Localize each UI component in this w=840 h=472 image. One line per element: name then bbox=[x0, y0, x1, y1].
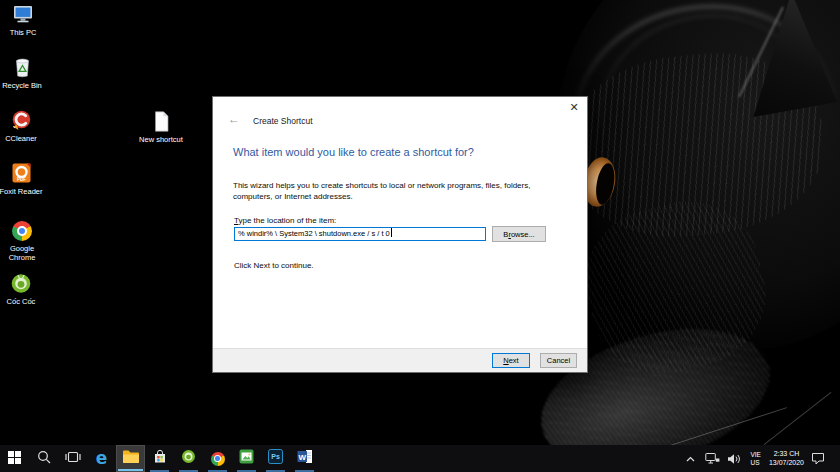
chrome-icon bbox=[211, 452, 225, 466]
word-icon: W bbox=[297, 449, 313, 468]
desktop-icon-foxit-reader[interactable]: PDF Foxit Reader bbox=[0, 161, 53, 196]
text-caret bbox=[391, 228, 392, 237]
back-button[interactable]: ← bbox=[226, 112, 242, 126]
icon-label: Cốc Cốc bbox=[7, 297, 36, 306]
browse-button[interactable]: Browse... bbox=[492, 226, 546, 242]
cat-whisker bbox=[764, 392, 832, 445]
language-line2: US bbox=[750, 459, 760, 467]
taskbar: e bbox=[0, 445, 840, 472]
icon-label: CCleaner bbox=[5, 134, 37, 143]
volume-icon[interactable] bbox=[726, 445, 742, 472]
start-button[interactable] bbox=[0, 445, 29, 472]
taskbar-chrome-button[interactable] bbox=[203, 445, 232, 472]
language-line1: VIE bbox=[750, 451, 760, 459]
svg-text:W: W bbox=[298, 453, 306, 462]
taskbar-search-button[interactable] bbox=[29, 445, 58, 472]
desktop-icon-recycle-bin[interactable]: Recycle Bin bbox=[0, 55, 54, 90]
desktop-icon-this-pc[interactable]: This PC bbox=[0, 2, 55, 37]
dialog-hint: Click Next to continue. bbox=[234, 261, 314, 270]
photoshop-icon: Ps bbox=[268, 449, 283, 468]
location-input-value: % windir% \ System32 \ shutdown.exe / s … bbox=[238, 229, 390, 238]
taskbar-store-button[interactable] bbox=[145, 445, 174, 472]
coc-coc-icon bbox=[10, 271, 32, 294]
location-input-label: Type the location of the item: bbox=[234, 216, 336, 225]
close-button[interactable]: ✕ bbox=[565, 99, 583, 115]
icon-label: Google Chrome bbox=[3, 244, 41, 262]
recycle-bin-icon bbox=[12, 55, 33, 78]
ccleaner-icon bbox=[10, 108, 32, 131]
google-chrome-icon bbox=[12, 218, 32, 241]
edge-icon: e bbox=[96, 450, 108, 467]
desktop-icon-new-shortcut[interactable]: New shortcut bbox=[129, 109, 193, 144]
task-view-icon bbox=[65, 450, 81, 468]
action-center-icon[interactable] bbox=[810, 445, 826, 472]
desktop: This PC Recycle Bin CCleaner PDF Foxit R… bbox=[0, 0, 840, 472]
dialog-description: This wizard helps you to create shortcut… bbox=[233, 181, 569, 202]
desktop-icon-coc-coc[interactable]: Cốc Cốc bbox=[0, 271, 53, 306]
file-explorer-icon bbox=[122, 449, 140, 468]
language-indicator[interactable]: VIE US bbox=[750, 451, 760, 466]
dialog-heading: What item would you like to create a sho… bbox=[233, 146, 474, 158]
next-button[interactable]: Next bbox=[492, 353, 530, 368]
taskbar-file-explorer-button[interactable] bbox=[116, 445, 145, 472]
taskbar-edge-button[interactable]: e bbox=[87, 445, 116, 472]
clock-time: 2:33 CH bbox=[769, 450, 804, 459]
svg-text:PDF: PDF bbox=[17, 177, 26, 182]
icon-label: Recycle Bin bbox=[2, 81, 42, 90]
new-shortcut-file-icon bbox=[153, 109, 170, 132]
coc-coc-icon bbox=[181, 449, 196, 468]
taskbar-clock[interactable]: 2:33 CH 13/07/2020 bbox=[769, 450, 804, 467]
create-shortcut-dialog: ← Create Shortcut ✕ What item would you … bbox=[212, 96, 588, 373]
dialog-title: Create Shortcut bbox=[253, 116, 313, 126]
close-icon: ✕ bbox=[569, 101, 578, 113]
taskbar-photoshop-button[interactable]: Ps bbox=[261, 445, 290, 472]
search-icon bbox=[37, 450, 51, 468]
taskbar-coc-coc-button[interactable] bbox=[174, 445, 203, 472]
svg-text:Ps: Ps bbox=[271, 453, 280, 460]
system-tray: VIE US 2:33 CH 13/07/2020 bbox=[676, 445, 840, 472]
location-input[interactable]: % windir% \ System32 \ shutdown.exe / s … bbox=[234, 227, 486, 241]
taskbar-word-button[interactable]: W bbox=[290, 445, 319, 472]
microsoft-store-icon bbox=[152, 449, 168, 469]
foxit-reader-icon: PDF bbox=[11, 161, 32, 184]
taskbar-image-editor-button[interactable] bbox=[232, 445, 261, 472]
clock-date: 13/07/2020 bbox=[769, 459, 804, 468]
network-icon[interactable] bbox=[704, 445, 720, 472]
task-view-button[interactable] bbox=[58, 445, 87, 472]
icon-label: Foxit Reader bbox=[0, 187, 42, 196]
back-arrow-icon: ← bbox=[228, 112, 240, 126]
desktop-icon-google-chrome[interactable]: Google Chrome bbox=[0, 218, 54, 262]
dialog-footer: Next Cancel bbox=[213, 348, 587, 372]
icon-label: New shortcut bbox=[139, 135, 183, 144]
windows-logo-icon bbox=[8, 450, 21, 468]
image-editor-icon bbox=[239, 449, 254, 468]
active-app-underline bbox=[118, 469, 143, 471]
icon-label: This PC bbox=[10, 28, 37, 37]
cancel-button[interactable]: Cancel bbox=[540, 353, 577, 368]
desktop-icon-ccleaner[interactable]: CCleaner bbox=[0, 108, 53, 143]
hidden-icons-chevron[interactable] bbox=[682, 445, 698, 472]
this-pc-icon bbox=[12, 2, 34, 25]
